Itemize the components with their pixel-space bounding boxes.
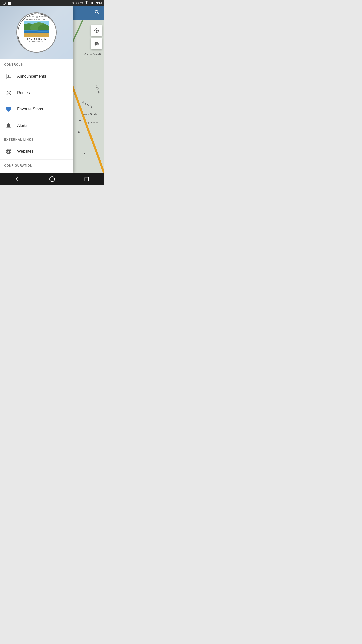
bluetooth-icon (72, 1, 75, 5)
map-label-canyon: Canyon Acres Dr (84, 53, 102, 55)
logo-text-top: CITY OF LAGUNA BEACH HOME OF THE FESTIVA… (23, 13, 50, 20)
search-icon[interactable] (94, 9, 100, 17)
globe-icon (4, 147, 13, 156)
map-fabs (91, 25, 102, 49)
side-drawer: CITY OF LAGUNA BEACH HOME OF THE FESTIVA… (0, 6, 73, 173)
sidebar-item-websites[interactable]: Websites (0, 143, 73, 160)
bell-icon (4, 121, 13, 130)
heart-icon (4, 105, 13, 114)
routes-icon (4, 88, 13, 97)
status-bar: 9:41 (0, 0, 104, 6)
status-bar-right: 9:41 (72, 1, 102, 5)
logo-text-bottom: CALIFORNIA (26, 38, 46, 40)
websites-label: Websites (17, 149, 34, 154)
recents-button[interactable] (79, 174, 94, 184)
favorite-stops-label: Favorite Stops (17, 107, 43, 111)
map-label-laguna: Laguna Beach (82, 113, 97, 115)
photos-icon (8, 1, 12, 5)
sidebar-item-feedback[interactable]: Feedback (0, 169, 73, 173)
external-links-section-header: EXTERNAL LINKS (0, 134, 73, 143)
map-dot-2 (78, 131, 80, 133)
signal-icon (85, 1, 88, 5)
announcement-icon (4, 72, 13, 81)
drive-icon (2, 1, 6, 5)
home-icon (49, 176, 55, 182)
svg-rect-7 (85, 177, 89, 181)
map-dot-1 (79, 120, 81, 121)
back-button[interactable] (10, 174, 25, 184)
map-label-skyline: SkyLine Dr (82, 101, 93, 109)
logo-image (24, 21, 49, 37)
status-bar-left (2, 1, 12, 5)
logo-text-incorporated: INCORPORATED 1927 (28, 41, 44, 42)
drawer-logo: CITY OF LAGUNA BEACH HOME OF THE FESTIVA… (0, 6, 73, 59)
sidebar-item-alerts[interactable]: Alerts (0, 117, 73, 134)
map-label-school: gh School (88, 121, 98, 124)
vibrate-icon (76, 1, 79, 5)
map-label-pacific: Pacific Ave (95, 83, 101, 95)
wifi-icon (80, 1, 84, 5)
map-dot-3 (84, 153, 85, 154)
recents-icon (84, 177, 89, 182)
drawer-content: CONTROLS Announcements Routes (0, 59, 73, 173)
sidebar-item-favorite-stops[interactable]: Favorite Stops (0, 101, 73, 117)
bottom-navigation (0, 173, 104, 185)
sidebar-item-routes[interactable]: Routes (0, 85, 73, 101)
controls-section-header: CONTROLS (0, 59, 73, 68)
logo-circle: CITY OF LAGUNA BEACH HOME OF THE FESTIVA… (16, 12, 57, 53)
location-fab[interactable] (91, 25, 102, 36)
sidebar-item-announcements[interactable]: Announcements (0, 68, 73, 85)
announcements-label: Announcements (17, 74, 46, 79)
routes-label: Routes (17, 91, 30, 95)
alerts-label: Alerts (17, 123, 27, 128)
back-icon (15, 176, 20, 182)
battery-icon (89, 2, 95, 5)
time-display: 9:41 (96, 1, 102, 5)
traffic-fab[interactable] (91, 38, 102, 49)
home-button[interactable] (44, 174, 60, 184)
svg-rect-5 (24, 33, 49, 37)
configuration-section-header: CONFIGURATION (0, 160, 73, 169)
svg-point-6 (50, 177, 55, 182)
